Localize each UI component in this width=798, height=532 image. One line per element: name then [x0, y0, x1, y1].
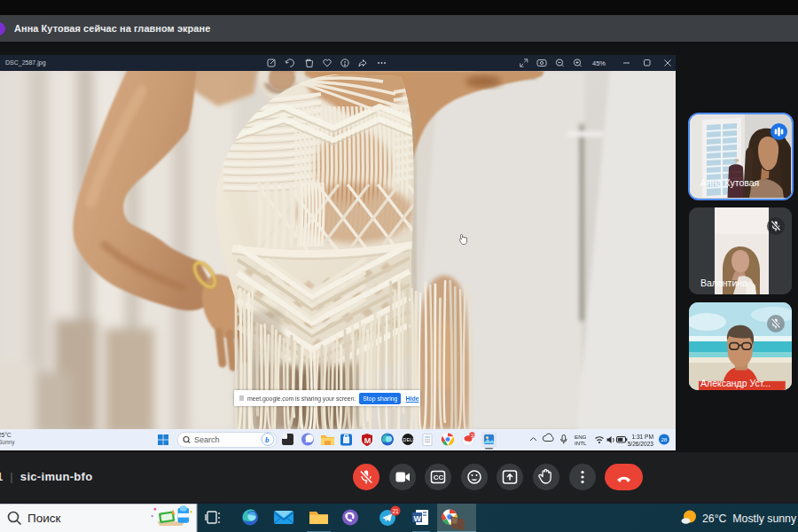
- svg-text:Поиск: Поиск: [27, 512, 61, 525]
- svg-text:INTL: INTL: [575, 440, 587, 446]
- svg-text:Александр Уст...: Александр Уст...: [700, 378, 771, 388]
- svg-text:25°C: 25°C: [0, 432, 12, 438]
- svg-text:10: 10: [471, 434, 476, 438]
- svg-text:M: M: [364, 436, 372, 445]
- svg-text:ENG: ENG: [575, 434, 587, 440]
- svg-text:Sunny: Sunny: [0, 439, 15, 446]
- svg-text:W: W: [414, 514, 422, 523]
- svg-text:CC: CC: [434, 473, 444, 481]
- svg-text:5/26/2023: 5/26/2023: [628, 441, 654, 447]
- svg-text:26°C Mostly sunny: 26°C Mostly sunny: [702, 512, 797, 525]
- svg-text:Анна Кутовая: Анна Кутовая: [700, 177, 759, 188]
- svg-text:b: b: [265, 435, 270, 444]
- svg-text:1:31 PM: 1:31 PM: [631, 434, 653, 440]
- svg-text:Search: Search: [194, 435, 220, 444]
- svg-text:Валентина: Валентина: [700, 278, 747, 288]
- svg-text:28: 28: [661, 436, 668, 442]
- svg-text:DELL: DELL: [403, 437, 416, 442]
- svg-text:45%: 45%: [592, 59, 606, 67]
- svg-text:21: 21: [392, 508, 399, 514]
